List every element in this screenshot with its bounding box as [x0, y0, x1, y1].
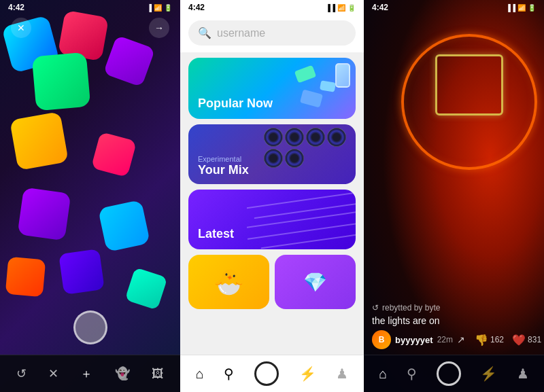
right-bottom-overlay: ↺ rebytted by byte the lights are on B b…: [364, 303, 544, 355]
cube-3: [32, 52, 91, 111]
cube-10: [58, 249, 105, 295]
nav-person-mid[interactable]: ♟: [336, 366, 348, 382]
like-btn-group: ❤️ 831: [512, 334, 541, 346]
status-bar-mid: 4:42 ▐▐ 📶 🔋: [180, 0, 364, 15]
close-icon: ✕: [17, 22, 25, 33]
duck-icon: 🐣: [214, 268, 244, 296]
status-bar-left: 4:42 ▐ 📶 🔋: [0, 0, 180, 15]
bottom-nav-right: ⌂ ⚲ ⚡ ♟: [364, 355, 544, 392]
cube-7: [17, 187, 71, 240]
wifi-icon-right: 📶: [517, 4, 526, 12]
phone-shape: [335, 63, 350, 88]
username[interactable]: byyyyyet: [395, 335, 433, 345]
avatar: B: [372, 330, 391, 349]
rebyte-icon: ↺: [372, 303, 379, 313]
nav-close-icon[interactable]: ✕: [48, 366, 58, 381]
right-panel: 4:42 ▐▐ 📶 🔋 ↺ rebytted by byte the light…: [364, 0, 544, 392]
battery-icon-mid: 🔋: [347, 4, 356, 12]
search-icon: 🔍: [198, 26, 211, 39]
nav-repost-icon[interactable]: ↺: [16, 366, 27, 381]
battery-icon-right: 🔋: [528, 4, 536, 12]
nav-gallery-icon[interactable]: 🖼: [152, 367, 164, 381]
neon-rect: [435, 54, 503, 115]
status-icons-mid: ▐▐ 📶 🔋: [326, 4, 356, 12]
cards-container: Popular Now Experimental Your Mix: [180, 52, 364, 355]
card-mix-label: Your Mix: [198, 163, 346, 177]
wifi-icon: 📶: [154, 4, 162, 12]
gem-icon: 💎: [303, 271, 327, 293]
action-buttons: 👎 162 ❤️ 831: [475, 334, 541, 346]
search-input[interactable]: username: [217, 27, 265, 39]
dislike-btn-group: 👎 162: [475, 334, 504, 346]
vinyl-4: [327, 128, 346, 147]
cube-8: [98, 200, 150, 252]
bottom-nav-mid: ⌂ ⚲ ⚡ ♟: [180, 355, 364, 392]
nav-search-mid[interactable]: ⚲: [224, 366, 234, 382]
cube-5: [10, 111, 69, 171]
card-your-mix[interactable]: Experimental Your Mix: [188, 124, 356, 184]
dislike-icon[interactable]: 👎: [475, 334, 488, 346]
card-duck[interactable]: 🐣: [188, 255, 269, 309]
vinyl-3: [306, 128, 325, 147]
card-latest-label: Latest: [198, 227, 234, 241]
card-bottom-row: 🐣 💎: [188, 255, 356, 309]
close-button[interactable]: ✕: [11, 18, 31, 38]
card-popular-now[interactable]: Popular Now: [188, 58, 356, 119]
bottom-nav-left: ↺ ✕ ＋ 👻 🖼: [0, 355, 180, 392]
nav-search-right[interactable]: ⚲: [407, 366, 417, 382]
shape-2: [320, 80, 336, 92]
left-panel: 4:42 ▐ 📶 🔋 ✕ → ↺ ✕ ＋ 👻 🖼: [0, 0, 180, 392]
card-mix-sublabel: Experimental: [198, 155, 346, 163]
middle-panel: 4:42 ▐▐ 📶 🔋 🔍 username Popular Now: [180, 0, 364, 392]
nav-person-right[interactable]: ♟: [517, 366, 529, 382]
card-popular-label: Popular Now: [198, 96, 273, 111]
nav-home-right[interactable]: ⌂: [379, 366, 387, 382]
nav-add-icon[interactable]: ＋: [80, 366, 92, 382]
search-bar[interactable]: 🔍 username: [188, 20, 356, 46]
top-icons-left: ✕ →: [0, 18, 180, 38]
card-popular-shapes: [274, 58, 356, 119]
status-icons-right: ▐▐ 📶 🔋: [506, 4, 536, 12]
share-icon[interactable]: ↗: [457, 334, 465, 345]
post-time: 22m: [437, 335, 453, 344]
signal-icon-right: ▐▐: [506, 4, 515, 12]
card-latest[interactable]: Latest: [188, 190, 356, 249]
latest-lines: [247, 190, 356, 249]
user-row: B byyyyyet 22m ↗ 👎 162 ❤️ 831: [372, 330, 536, 349]
nav-record-right[interactable]: [437, 361, 461, 386]
forward-icon: →: [154, 22, 164, 33]
battery-icon: 🔋: [164, 4, 172, 12]
status-time-mid: 4:42: [188, 3, 205, 12]
status-time-right: 4:42: [372, 3, 388, 12]
cube-4: [103, 35, 156, 88]
like-icon[interactable]: ❤️: [512, 334, 526, 346]
rebyte-text: rebytted by byte: [382, 303, 440, 313]
nav-bolt-mid[interactable]: ⚡: [299, 366, 316, 382]
signal-icon-mid: ▐▐: [326, 4, 335, 12]
vinyl-2: [285, 128, 304, 147]
nav-ghost-icon[interactable]: 👻: [115, 366, 130, 381]
cube-6: [91, 132, 137, 177]
signal-icon: ▐: [147, 4, 152, 12]
nav-record-mid[interactable]: [254, 361, 279, 386]
shape-1: [294, 65, 316, 83]
forward-button[interactable]: →: [149, 18, 169, 38]
status-icons-left: ▐ 📶 🔋: [147, 4, 172, 12]
dislike-count: 162: [490, 335, 504, 344]
status-time-left: 4:42: [8, 3, 24, 12]
caption-text: the lights are on: [372, 315, 536, 326]
nav-bolt-right[interactable]: ⚡: [480, 366, 497, 382]
status-bar-right: 4:42 ▐▐ 📶 🔋: [364, 0, 544, 15]
like-count: 831: [528, 335, 541, 344]
rebyte-row: ↺ rebytted by byte: [372, 303, 536, 313]
nav-home-mid[interactable]: ⌂: [196, 366, 204, 382]
vinyl-1: [264, 128, 283, 147]
cube-9: [5, 257, 46, 298]
camera-shutter-button[interactable]: [73, 310, 107, 344]
search-bar-container: 🔍 username: [180, 15, 364, 52]
cube-11: [124, 267, 167, 310]
shape-4: [300, 89, 323, 107]
card-gem[interactable]: 💎: [275, 255, 356, 309]
wifi-icon-mid: 📶: [337, 4, 345, 12]
